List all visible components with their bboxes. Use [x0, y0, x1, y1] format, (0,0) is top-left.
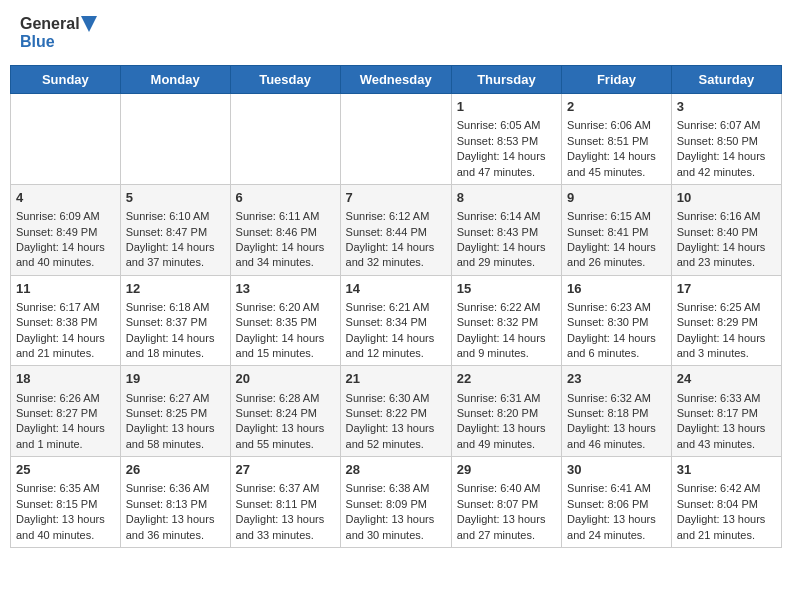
- svg-marker-0: [81, 16, 97, 32]
- day-number: 26: [126, 461, 225, 479]
- day-info: Sunrise: 6:37 AM Sunset: 8:11 PM Dayligh…: [236, 481, 335, 543]
- calendar-cell: 9Sunrise: 6:15 AM Sunset: 8:41 PM Daylig…: [562, 184, 672, 275]
- calendar-cell: 1Sunrise: 6:05 AM Sunset: 8:53 PM Daylig…: [451, 94, 561, 185]
- day-info: Sunrise: 6:10 AM Sunset: 8:47 PM Dayligh…: [126, 209, 225, 271]
- day-number: 5: [126, 189, 225, 207]
- day-info: Sunrise: 6:15 AM Sunset: 8:41 PM Dayligh…: [567, 209, 666, 271]
- day-number: 25: [16, 461, 115, 479]
- day-of-week-header: Thursday: [451, 66, 561, 94]
- day-of-week-header: Friday: [562, 66, 672, 94]
- calendar-cell: [230, 94, 340, 185]
- day-number: 4: [16, 189, 115, 207]
- day-number: 29: [457, 461, 556, 479]
- calendar-cell: 30Sunrise: 6:41 AM Sunset: 8:06 PM Dayli…: [562, 457, 672, 548]
- day-info: Sunrise: 6:23 AM Sunset: 8:30 PM Dayligh…: [567, 300, 666, 362]
- day-number: 17: [677, 280, 776, 298]
- day-number: 11: [16, 280, 115, 298]
- day-number: 21: [346, 370, 446, 388]
- day-info: Sunrise: 6:38 AM Sunset: 8:09 PM Dayligh…: [346, 481, 446, 543]
- day-info: Sunrise: 6:25 AM Sunset: 8:29 PM Dayligh…: [677, 300, 776, 362]
- day-of-week-header: Tuesday: [230, 66, 340, 94]
- calendar-week-row: 18Sunrise: 6:26 AM Sunset: 8:27 PM Dayli…: [11, 366, 782, 457]
- calendar-cell: [11, 94, 121, 185]
- calendar-cell: 25Sunrise: 6:35 AM Sunset: 8:15 PM Dayli…: [11, 457, 121, 548]
- day-number: 20: [236, 370, 335, 388]
- calendar-cell: 31Sunrise: 6:42 AM Sunset: 8:04 PM Dayli…: [671, 457, 781, 548]
- calendar-cell: 22Sunrise: 6:31 AM Sunset: 8:20 PM Dayli…: [451, 366, 561, 457]
- day-info: Sunrise: 6:35 AM Sunset: 8:15 PM Dayligh…: [16, 481, 115, 543]
- day-number: 8: [457, 189, 556, 207]
- day-info: Sunrise: 6:12 AM Sunset: 8:44 PM Dayligh…: [346, 209, 446, 271]
- day-info: Sunrise: 6:26 AM Sunset: 8:27 PM Dayligh…: [16, 391, 115, 453]
- calendar-cell: 13Sunrise: 6:20 AM Sunset: 8:35 PM Dayli…: [230, 275, 340, 366]
- day-number: 28: [346, 461, 446, 479]
- calendar-week-row: 25Sunrise: 6:35 AM Sunset: 8:15 PM Dayli…: [11, 457, 782, 548]
- day-info: Sunrise: 6:05 AM Sunset: 8:53 PM Dayligh…: [457, 118, 556, 180]
- day-info: Sunrise: 6:36 AM Sunset: 8:13 PM Dayligh…: [126, 481, 225, 543]
- calendar-cell: 24Sunrise: 6:33 AM Sunset: 8:17 PM Dayli…: [671, 366, 781, 457]
- day-number: 12: [126, 280, 225, 298]
- calendar-cell: 15Sunrise: 6:22 AM Sunset: 8:32 PM Dayli…: [451, 275, 561, 366]
- day-number: 18: [16, 370, 115, 388]
- calendar-cell: 23Sunrise: 6:32 AM Sunset: 8:18 PM Dayli…: [562, 366, 672, 457]
- calendar-cell: [120, 94, 230, 185]
- day-number: 15: [457, 280, 556, 298]
- calendar-cell: 29Sunrise: 6:40 AM Sunset: 8:07 PM Dayli…: [451, 457, 561, 548]
- day-info: Sunrise: 6:20 AM Sunset: 8:35 PM Dayligh…: [236, 300, 335, 362]
- calendar-cell: 3Sunrise: 6:07 AM Sunset: 8:50 PM Daylig…: [671, 94, 781, 185]
- day-number: 23: [567, 370, 666, 388]
- calendar-cell: 26Sunrise: 6:36 AM Sunset: 8:13 PM Dayli…: [120, 457, 230, 548]
- day-info: Sunrise: 6:28 AM Sunset: 8:24 PM Dayligh…: [236, 391, 335, 453]
- calendar-cell: [340, 94, 451, 185]
- calendar-cell: 8Sunrise: 6:14 AM Sunset: 8:43 PM Daylig…: [451, 184, 561, 275]
- day-info: Sunrise: 6:22 AM Sunset: 8:32 PM Dayligh…: [457, 300, 556, 362]
- calendar-cell: 21Sunrise: 6:30 AM Sunset: 8:22 PM Dayli…: [340, 366, 451, 457]
- calendar-cell: 27Sunrise: 6:37 AM Sunset: 8:11 PM Dayli…: [230, 457, 340, 548]
- calendar-week-row: 4Sunrise: 6:09 AM Sunset: 8:49 PM Daylig…: [11, 184, 782, 275]
- day-info: Sunrise: 6:40 AM Sunset: 8:07 PM Dayligh…: [457, 481, 556, 543]
- day-number: 7: [346, 189, 446, 207]
- day-info: Sunrise: 6:09 AM Sunset: 8:49 PM Dayligh…: [16, 209, 115, 271]
- calendar-cell: 28Sunrise: 6:38 AM Sunset: 8:09 PM Dayli…: [340, 457, 451, 548]
- calendar-cell: 7Sunrise: 6:12 AM Sunset: 8:44 PM Daylig…: [340, 184, 451, 275]
- day-number: 19: [126, 370, 225, 388]
- day-info: Sunrise: 6:07 AM Sunset: 8:50 PM Dayligh…: [677, 118, 776, 180]
- calendar-cell: 18Sunrise: 6:26 AM Sunset: 8:27 PM Dayli…: [11, 366, 121, 457]
- logo-wordmark: General Blue: [20, 15, 98, 50]
- day-info: Sunrise: 6:32 AM Sunset: 8:18 PM Dayligh…: [567, 391, 666, 453]
- day-number: 14: [346, 280, 446, 298]
- calendar-table: SundayMondayTuesdayWednesdayThursdayFrid…: [10, 65, 782, 548]
- day-number: 10: [677, 189, 776, 207]
- calendar-cell: 4Sunrise: 6:09 AM Sunset: 8:49 PM Daylig…: [11, 184, 121, 275]
- day-info: Sunrise: 6:42 AM Sunset: 8:04 PM Dayligh…: [677, 481, 776, 543]
- calendar-cell: 10Sunrise: 6:16 AM Sunset: 8:40 PM Dayli…: [671, 184, 781, 275]
- day-of-week-header: Wednesday: [340, 66, 451, 94]
- calendar-week-row: 1Sunrise: 6:05 AM Sunset: 8:53 PM Daylig…: [11, 94, 782, 185]
- day-number: 24: [677, 370, 776, 388]
- day-number: 16: [567, 280, 666, 298]
- calendar-cell: 16Sunrise: 6:23 AM Sunset: 8:30 PM Dayli…: [562, 275, 672, 366]
- day-number: 31: [677, 461, 776, 479]
- day-info: Sunrise: 6:30 AM Sunset: 8:22 PM Dayligh…: [346, 391, 446, 453]
- calendar-cell: 17Sunrise: 6:25 AM Sunset: 8:29 PM Dayli…: [671, 275, 781, 366]
- day-number: 3: [677, 98, 776, 116]
- day-info: Sunrise: 6:17 AM Sunset: 8:38 PM Dayligh…: [16, 300, 115, 362]
- day-info: Sunrise: 6:16 AM Sunset: 8:40 PM Dayligh…: [677, 209, 776, 271]
- day-of-week-header: Sunday: [11, 66, 121, 94]
- day-of-week-header: Saturday: [671, 66, 781, 94]
- calendar-cell: 11Sunrise: 6:17 AM Sunset: 8:38 PM Dayli…: [11, 275, 121, 366]
- day-info: Sunrise: 6:27 AM Sunset: 8:25 PM Dayligh…: [126, 391, 225, 453]
- day-info: Sunrise: 6:21 AM Sunset: 8:34 PM Dayligh…: [346, 300, 446, 362]
- calendar-cell: 19Sunrise: 6:27 AM Sunset: 8:25 PM Dayli…: [120, 366, 230, 457]
- calendar-cell: 6Sunrise: 6:11 AM Sunset: 8:46 PM Daylig…: [230, 184, 340, 275]
- calendar-cell: 12Sunrise: 6:18 AM Sunset: 8:37 PM Dayli…: [120, 275, 230, 366]
- calendar-cell: 5Sunrise: 6:10 AM Sunset: 8:47 PM Daylig…: [120, 184, 230, 275]
- day-info: Sunrise: 6:33 AM Sunset: 8:17 PM Dayligh…: [677, 391, 776, 453]
- day-number: 30: [567, 461, 666, 479]
- day-number: 9: [567, 189, 666, 207]
- day-of-week-header: Monday: [120, 66, 230, 94]
- calendar-cell: 20Sunrise: 6:28 AM Sunset: 8:24 PM Dayli…: [230, 366, 340, 457]
- day-number: 22: [457, 370, 556, 388]
- calendar-cell: 2Sunrise: 6:06 AM Sunset: 8:51 PM Daylig…: [562, 94, 672, 185]
- day-info: Sunrise: 6:14 AM Sunset: 8:43 PM Dayligh…: [457, 209, 556, 271]
